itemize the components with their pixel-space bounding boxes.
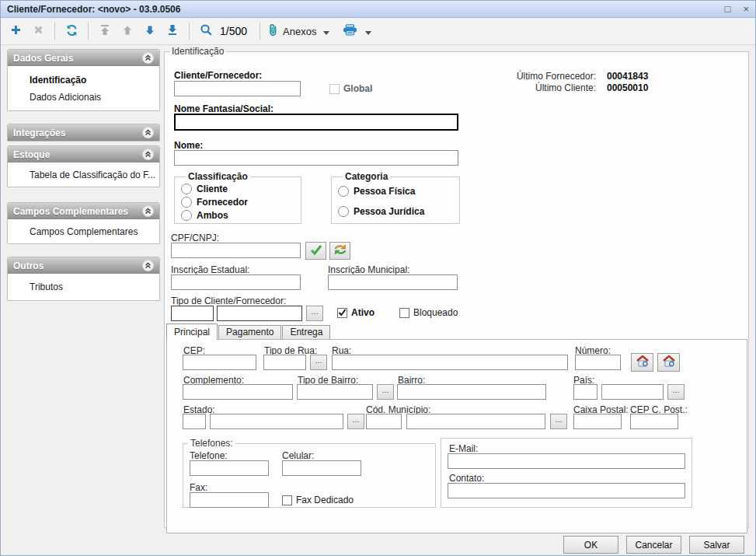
last-record-button[interactable] bbox=[162, 21, 183, 41]
nome-fantasia-input[interactable] bbox=[174, 114, 458, 131]
cliente-fornecedor-input[interactable] bbox=[174, 81, 301, 96]
estado-nome-input[interactable] bbox=[210, 414, 343, 429]
municipio-lookup-button[interactable]: ... bbox=[550, 414, 567, 429]
email-label: E-Mail: bbox=[449, 443, 478, 454]
check-icon bbox=[310, 245, 322, 257]
cep-input[interactable] bbox=[183, 355, 256, 370]
radio-pessoa-juridica[interactable]: Pessoa Jurídica bbox=[338, 206, 453, 217]
section-title: Outros bbox=[13, 261, 44, 271]
nome-input[interactable] bbox=[174, 150, 458, 166]
printer-icon bbox=[343, 24, 357, 38]
estado-sigla-input[interactable] bbox=[183, 414, 206, 429]
checkbox-box bbox=[282, 495, 292, 505]
title-bar: Cliente/Fornecedor: <novo> - 03.9.0506 □… bbox=[1, 1, 755, 18]
complemento-input[interactable] bbox=[183, 384, 293, 400]
sidebar-item-tributos[interactable]: Tributos bbox=[8, 278, 159, 295]
categoria-legend: Categoria bbox=[343, 171, 390, 182]
sidebar-item-tabela-classificacao[interactable]: Tabela de Classificação do F... bbox=[8, 166, 159, 184]
fax-input[interactable] bbox=[190, 492, 269, 508]
ativo-checkbox[interactable]: Ativo bbox=[337, 307, 375, 318]
collapse-chevron-icon[interactable] bbox=[142, 127, 154, 138]
collapse-chevron-icon[interactable] bbox=[142, 260, 154, 271]
collapse-chevron-icon[interactable] bbox=[142, 205, 154, 217]
previous-record-button[interactable] bbox=[117, 21, 138, 41]
tipo-bairro-input[interactable] bbox=[297, 384, 373, 400]
numero-input[interactable] bbox=[575, 355, 621, 370]
tab-principal[interactable]: Principal bbox=[166, 323, 218, 340]
cep-c-post-input[interactable] bbox=[630, 414, 678, 429]
chevron-down-icon bbox=[365, 26, 371, 37]
tab-pagamento[interactable]: Pagamento bbox=[218, 325, 281, 339]
radio-cliente[interactable]: Cliente bbox=[181, 184, 294, 194]
caixa-postal-input[interactable] bbox=[573, 414, 622, 429]
buscar-endereco-button[interactable] bbox=[631, 353, 653, 372]
celular-input[interactable] bbox=[282, 460, 361, 476]
section-header-outros[interactable]: Outros bbox=[8, 257, 159, 274]
contato-groupbox: E-Mail: Contato: bbox=[441, 438, 692, 508]
tipo-rua-input[interactable] bbox=[263, 355, 306, 370]
telefone-input[interactable] bbox=[190, 460, 269, 476]
nome-fantasia-label: Nome Fantasia/Social: bbox=[174, 103, 273, 114]
section-header-integracoes[interactable]: Integrações bbox=[8, 124, 159, 141]
bloqueado-checkbox[interactable]: Bloqueado bbox=[399, 307, 458, 318]
inscricao-estadual-input[interactable] bbox=[171, 275, 301, 290]
close-button[interactable]: × bbox=[743, 4, 749, 15]
go-previous-icon bbox=[122, 25, 133, 38]
print-button[interactable] bbox=[340, 21, 360, 41]
buscar-endereco-button-2[interactable] bbox=[657, 353, 680, 372]
collapse-chevron-icon[interactable] bbox=[142, 52, 154, 64]
section-header-dados-gerais[interactable]: Dados Gerais bbox=[8, 50, 159, 66]
fax-dedicado-checkbox[interactable]: Fax Dedicado bbox=[282, 495, 354, 505]
pais-nome-input[interactable] bbox=[601, 384, 664, 400]
pais-lookup-button[interactable]: ... bbox=[667, 384, 685, 400]
tipo-bairro-lookup-button[interactable]: ... bbox=[377, 384, 394, 400]
radio-fornecedor[interactable]: Fornecedor bbox=[181, 197, 294, 208]
bairro-input[interactable] bbox=[397, 384, 546, 400]
tipo-cliente-lookup-button[interactable]: ... bbox=[306, 306, 323, 321]
anexos-dropdown-button[interactable] bbox=[320, 21, 333, 41]
sidebar-section-estoque: Estoque Tabela de Classificação do F... bbox=[7, 145, 160, 187]
consulta-cnpj-button[interactable] bbox=[329, 242, 350, 260]
first-record-button[interactable] bbox=[95, 21, 115, 41]
checkbox-box bbox=[329, 84, 340, 94]
municipio-nome-input[interactable] bbox=[406, 414, 545, 429]
radio-ambos[interactable]: Ambos bbox=[181, 210, 294, 221]
tipo-cliente-descricao-input[interactable] bbox=[217, 306, 302, 321]
search-button[interactable] bbox=[196, 21, 216, 41]
cpf-cnpj-input[interactable] bbox=[171, 243, 301, 258]
ultimo-fornecedor-label: Último Fornecedor: bbox=[507, 71, 596, 82]
tab-entrega[interactable]: Entrega bbox=[282, 325, 330, 339]
email-input[interactable] bbox=[448, 453, 685, 469]
save-button[interactable]: Salvar bbox=[689, 536, 744, 554]
refresh-button[interactable] bbox=[61, 21, 82, 41]
print-dropdown-button[interactable] bbox=[362, 21, 375, 41]
add-record-button[interactable] bbox=[5, 21, 26, 41]
anexos-button[interactable]: Anexos bbox=[267, 23, 318, 39]
radio-icon bbox=[181, 197, 192, 208]
rua-input[interactable] bbox=[332, 355, 568, 370]
search-icon bbox=[200, 23, 213, 39]
estado-lookup-button[interactable]: ... bbox=[347, 414, 364, 429]
section-header-estoque[interactable]: Estoque bbox=[8, 146, 159, 163]
sidebar-item-identificacao[interactable]: Identificação bbox=[8, 72, 159, 89]
tipo-cliente-codigo-input[interactable] bbox=[171, 306, 214, 321]
pais-codigo-input[interactable] bbox=[573, 384, 597, 400]
section-header-campos-complementares[interactable]: Campos Complementares bbox=[8, 203, 159, 219]
tipo-rua-lookup-button[interactable]: ... bbox=[310, 355, 327, 370]
validate-cpf-button[interactable] bbox=[305, 242, 326, 260]
ok-button[interactable]: OK bbox=[563, 536, 618, 554]
sidebar-item-dados-adicionais[interactable]: Dados Adicionais bbox=[8, 89, 159, 106]
ultimo-cliente-label: Último Cliente: bbox=[507, 82, 596, 93]
sidebar-item-campos-complementares[interactable]: Campos Complementares bbox=[8, 223, 159, 240]
delete-record-button[interactable] bbox=[28, 21, 48, 41]
radio-pessoa-fisica[interactable]: Pessoa Física bbox=[338, 186, 453, 197]
global-checkbox[interactable]: Global bbox=[329, 83, 372, 94]
cod-municipio-input[interactable] bbox=[366, 414, 402, 429]
next-record-button[interactable] bbox=[140, 21, 160, 41]
cancel-button[interactable]: Cancelar bbox=[626, 536, 681, 554]
maximize-button[interactable]: □ bbox=[725, 4, 731, 15]
inscricao-municipal-input[interactable] bbox=[328, 275, 458, 290]
contato-input[interactable] bbox=[448, 483, 685, 498]
collapse-chevron-icon[interactable] bbox=[142, 149, 154, 160]
cliente-fornecedor-label: Cliente/Fornecedor: bbox=[174, 70, 262, 81]
